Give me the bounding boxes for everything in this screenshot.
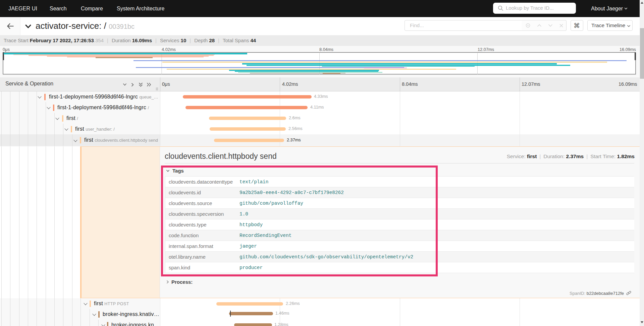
svg-text:8.04ms: 8.04ms: [319, 47, 333, 52]
svg-text:16.09ms: 16.09ms: [620, 47, 636, 52]
svg-text:0μs: 0μs: [3, 47, 10, 52]
svg-text:12.07ms: 12.07ms: [478, 47, 494, 52]
svg-text:4.02ms: 4.02ms: [162, 47, 176, 52]
